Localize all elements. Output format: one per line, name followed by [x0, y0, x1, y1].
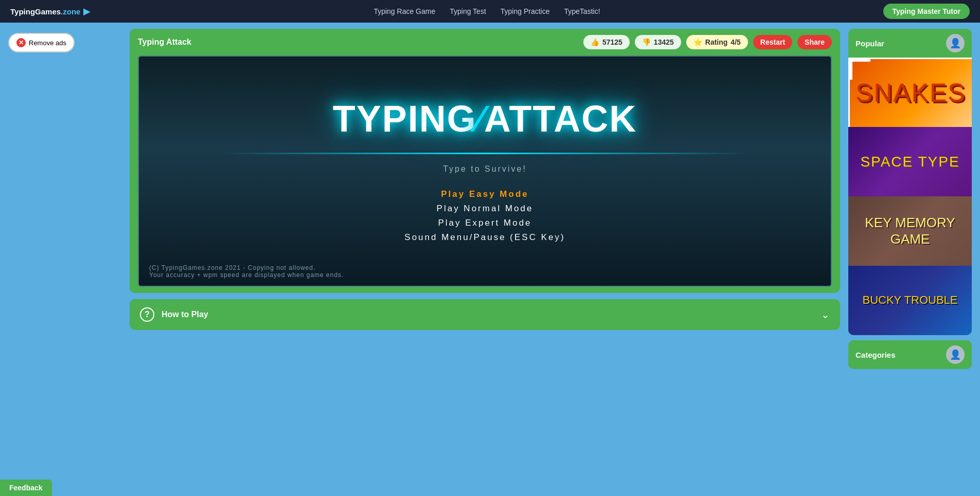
main-layout: ✕ Remove ads Typing Attack 👍 57125 👎 134… [0, 23, 980, 496]
thumbs-up-button[interactable]: 👍 57125 [583, 35, 630, 49]
thumbs-up-icon: 👍 [591, 38, 599, 46]
share-button[interactable]: Share [797, 35, 832, 49]
right-sidebar: Popular 👤 SNAKES SPACE TYPE KEY MEMORY G… [848, 29, 972, 490]
game-container: Typing Attack 👍 57125 👎 13425 ⭐ Rating 4… [130, 29, 840, 293]
game-title: Typing Attack [138, 38, 191, 47]
game-footer: (C) TypingGames.zone 2021 - Copying not … [149, 264, 344, 279]
logo-underline [221, 153, 750, 154]
categories-avatar: 👤 [946, 345, 965, 364]
how-to-play-left: ? How to Play [140, 307, 208, 322]
categories-section: Categories 👤 [848, 340, 972, 369]
nav-link-typetastic[interactable]: TypeTastic! [564, 7, 600, 15]
menu-easy-mode[interactable]: Play Easy Mode [441, 189, 529, 199]
nav-link-test[interactable]: Typing Test [450, 7, 486, 15]
chevron-down-icon: ⌄ [821, 308, 830, 321]
remove-ads-label: Remove ads [29, 39, 66, 47]
game-logo-line1: TYPING [333, 98, 477, 139]
typing-master-tutor-button[interactable]: Typing Master Tutor [883, 4, 970, 19]
game-stats: 👍 57125 👎 13425 ⭐ Rating 4/5 Restart Sha… [583, 35, 832, 49]
menu-normal-mode[interactable]: Play Normal Mode [437, 204, 533, 214]
nav-link-practice[interactable]: Typing Practice [501, 7, 550, 15]
navbar: TypingGames.zone ▶ Typing Race Game Typi… [0, 0, 980, 23]
logo-icon: ▶ [83, 6, 91, 17]
star-icon: ⭐ [693, 38, 702, 46]
rating-label: Rating [705, 38, 728, 46]
menu-expert-mode[interactable]: Play Expert Mode [438, 218, 531, 228]
snakes-title: SNAKES [856, 78, 966, 108]
logo-text: TypingGames.zone [10, 7, 80, 16]
thumbs-down-icon: 👎 [642, 38, 651, 46]
categories-title: Categories [856, 351, 896, 359]
game-card-spacetype[interactable]: SPACE TYPE [848, 127, 972, 196]
rating-button[interactable]: ⭐ Rating 4/5 [686, 35, 748, 49]
game-logo-slash: ∕ [477, 98, 484, 139]
game-menu: Play Easy Mode Play Normal Mode Play Exp… [404, 189, 565, 243]
key-memory-title: KEY MEMORY GAME [848, 215, 972, 247]
nav-link-race[interactable]: Typing Race Game [373, 7, 435, 15]
nav-links: Typing Race Game Typing Test Typing Prac… [106, 7, 867, 15]
menu-sound[interactable]: Sound Menu/Pause (ESC Key) [404, 232, 565, 243]
thumbs-down-button[interactable]: 👎 13425 [635, 35, 681, 49]
thumbs-down-count: 13425 [654, 38, 674, 46]
space-type-title: SPACE TYPE [860, 153, 959, 171]
game-subtitle: Type to Survive! [443, 164, 527, 174]
categories-header: Categories 👤 [848, 340, 972, 369]
left-sidebar: ✕ Remove ads [8, 29, 121, 490]
popular-title: Popular [856, 39, 884, 48]
popular-section: Popular 👤 SNAKES SPACE TYPE KEY MEMORY G… [848, 29, 972, 335]
remove-ads-button[interactable]: ✕ Remove ads [8, 33, 75, 52]
feedback-button[interactable]: Feedback [0, 480, 52, 496]
site-logo[interactable]: TypingGames.zone ▶ [10, 6, 91, 17]
footer-line2: Your accuracy + wpm speed are displayed … [149, 271, 344, 279]
bucky-trouble-title: BUCKY TROUBLE [862, 293, 957, 308]
footer-line1: (C) TypingGames.zone 2021 - Copying not … [149, 264, 344, 271]
game-header: Typing Attack 👍 57125 👎 13425 ⭐ Rating 4… [138, 35, 832, 49]
how-to-play-title: How to Play [162, 310, 208, 319]
popular-header: Popular 👤 [848, 29, 972, 58]
game-card-buckytrouble[interactable]: BUCKY TROUBLE [848, 266, 972, 335]
game-logo-line2: ATTACK [484, 98, 637, 139]
game-logo: TYPING∕ATTACK [333, 100, 637, 137]
restart-button[interactable]: Restart [753, 35, 792, 49]
close-icon: ✕ [16, 38, 26, 47]
game-card-keymemory[interactable]: KEY MEMORY GAME [848, 196, 972, 266]
how-to-play-header[interactable]: ? How to Play ⌄ [130, 299, 840, 330]
question-icon: ? [140, 307, 154, 322]
center-content: Typing Attack 👍 57125 👎 13425 ⭐ Rating 4… [130, 29, 840, 490]
thumbs-up-count: 57125 [602, 38, 622, 46]
game-card-snakes[interactable]: SNAKES [848, 58, 972, 127]
user-avatar: 👤 [946, 34, 965, 52]
card-border-decoration [850, 59, 870, 80]
rating-value: 4/5 [730, 38, 740, 46]
how-to-play-section: ? How to Play ⌄ [130, 299, 840, 330]
game-canvas: TYPING∕ATTACK Type to Survive! Play Easy… [138, 56, 832, 287]
